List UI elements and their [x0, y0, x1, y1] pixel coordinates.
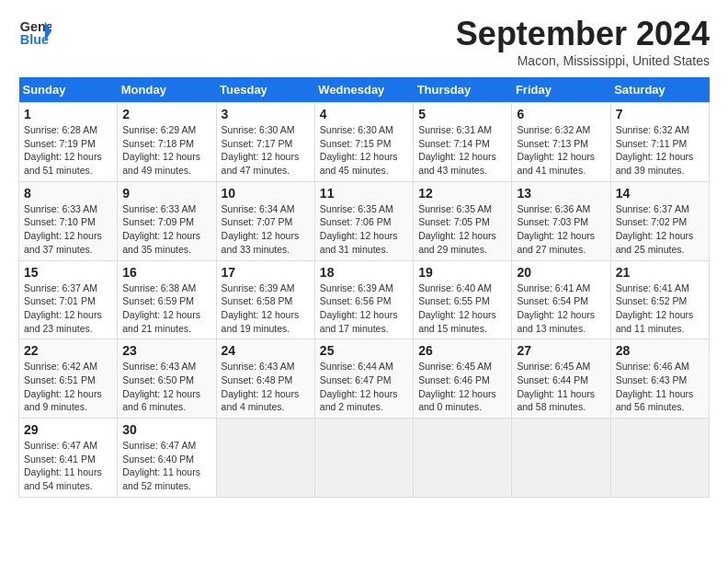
day-info: Sunrise: 6:31 AM Sunset: 7:14 PM Dayligh…	[418, 123, 506, 178]
logo: General Blue	[18, 15, 51, 48]
day-number: 1	[24, 107, 112, 121]
day-number: 13	[517, 186, 605, 201]
day-number: 29	[24, 422, 112, 437]
day-number: 6	[517, 107, 605, 121]
calendar-cell: 24 Sunrise: 6:43 AM Sunset: 6:48 PM Dayl…	[216, 339, 314, 419]
day-number: 2	[122, 107, 210, 121]
day-info: Sunrise: 6:40 AM Sunset: 6:55 PM Dayligh…	[418, 282, 506, 336]
day-header-saturday: Saturday	[610, 77, 709, 103]
calendar-cell: 21 Sunrise: 6:41 AM Sunset: 6:52 PM Dayl…	[610, 260, 709, 339]
logo-icon: General Blue	[18, 15, 51, 48]
day-number: 9	[122, 186, 210, 201]
day-info: Sunrise: 6:47 AM Sunset: 6:40 PM Dayligh…	[122, 439, 210, 493]
day-number: 19	[418, 265, 506, 280]
calendar-cell: 2 Sunrise: 6:29 AM Sunset: 7:18 PM Dayli…	[118, 103, 216, 182]
calendar-cell: 4 Sunrise: 6:30 AM Sunset: 7:15 PM Dayli…	[314, 103, 413, 182]
day-number: 4	[320, 107, 408, 121]
day-info: Sunrise: 6:35 AM Sunset: 7:05 PM Dayligh…	[418, 202, 506, 257]
calendar-cell: 27 Sunrise: 6:45 AM Sunset: 6:44 PM Dayl…	[512, 339, 610, 419]
day-info: Sunrise: 6:30 AM Sunset: 7:17 PM Dayligh…	[222, 123, 310, 178]
day-number: 30	[122, 422, 210, 437]
day-info: Sunrise: 6:33 AM Sunset: 7:10 PM Dayligh…	[24, 202, 112, 257]
calendar-cell: 20 Sunrise: 6:41 AM Sunset: 6:54 PM Dayl…	[512, 260, 610, 339]
day-number: 14	[616, 186, 704, 201]
calendar-cell: 19 Sunrise: 6:40 AM Sunset: 6:55 PM Dayl…	[414, 260, 512, 339]
day-info: Sunrise: 6:29 AM Sunset: 7:18 PM Dayligh…	[122, 123, 210, 178]
calendar-week-3: 15 Sunrise: 6:37 AM Sunset: 7:01 PM Dayl…	[19, 260, 710, 339]
day-info: Sunrise: 6:39 AM Sunset: 6:56 PM Dayligh…	[320, 282, 408, 336]
calendar-cell: 30 Sunrise: 6:47 AM Sunset: 6:40 PM Dayl…	[118, 419, 216, 498]
day-info: Sunrise: 6:41 AM Sunset: 6:54 PM Dayligh…	[517, 282, 605, 336]
day-header-tuesday: Tuesday	[216, 77, 314, 103]
day-info: Sunrise: 6:43 AM Sunset: 6:48 PM Dayligh…	[222, 360, 310, 414]
calendar-cell: 26 Sunrise: 6:45 AM Sunset: 6:46 PM Dayl…	[414, 339, 512, 419]
calendar-cell: 3 Sunrise: 6:30 AM Sunset: 7:17 PM Dayli…	[216, 103, 314, 182]
calendar-table: SundayMondayTuesdayWednesdayThursdayFrid…	[18, 77, 710, 498]
calendar-cell: 15 Sunrise: 6:37 AM Sunset: 7:01 PM Dayl…	[19, 260, 118, 339]
day-info: Sunrise: 6:37 AM Sunset: 7:01 PM Dayligh…	[24, 282, 112, 336]
day-number: 23	[122, 343, 210, 358]
calendar-week-4: 22 Sunrise: 6:42 AM Sunset: 6:51 PM Dayl…	[19, 339, 710, 419]
day-header-sunday: Sunday	[19, 77, 118, 103]
day-info: Sunrise: 6:45 AM Sunset: 6:46 PM Dayligh…	[418, 360, 506, 414]
day-number: 27	[517, 343, 605, 358]
calendar-cell: 16 Sunrise: 6:38 AM Sunset: 6:59 PM Dayl…	[118, 260, 216, 339]
calendar-week-1: 1 Sunrise: 6:28 AM Sunset: 7:19 PM Dayli…	[19, 103, 710, 182]
day-number: 16	[122, 265, 210, 280]
day-number: 8	[24, 186, 112, 201]
calendar-cell: 23 Sunrise: 6:43 AM Sunset: 6:50 PM Dayl…	[118, 339, 216, 419]
calendar-cell	[314, 419, 413, 498]
title-area: September 2024 Macon, Mississippi, Unite…	[456, 15, 710, 68]
calendar-cell: 13 Sunrise: 6:36 AM Sunset: 7:03 PM Dayl…	[512, 181, 610, 260]
day-number: 3	[222, 107, 310, 121]
calendar-cell: 25 Sunrise: 6:44 AM Sunset: 6:47 PM Dayl…	[314, 339, 413, 419]
day-info: Sunrise: 6:30 AM Sunset: 7:15 PM Dayligh…	[320, 123, 408, 178]
day-info: Sunrise: 6:39 AM Sunset: 6:58 PM Dayligh…	[222, 282, 310, 336]
calendar-cell: 1 Sunrise: 6:28 AM Sunset: 7:19 PM Dayli…	[19, 103, 118, 182]
calendar-cell: 17 Sunrise: 6:39 AM Sunset: 6:58 PM Dayl…	[216, 260, 314, 339]
day-number: 7	[616, 107, 704, 121]
location: Macon, Mississippi, United States	[456, 53, 710, 68]
day-info: Sunrise: 6:28 AM Sunset: 7:19 PM Dayligh…	[24, 123, 112, 178]
day-info: Sunrise: 6:32 AM Sunset: 7:11 PM Dayligh…	[616, 123, 704, 178]
day-number: 12	[418, 186, 506, 201]
calendar-cell: 5 Sunrise: 6:31 AM Sunset: 7:14 PM Dayli…	[414, 103, 512, 182]
day-number: 20	[517, 265, 605, 280]
day-number: 28	[616, 343, 704, 358]
calendar-cell	[610, 419, 709, 498]
calendar-cell	[216, 419, 314, 498]
calendar-cell: 18 Sunrise: 6:39 AM Sunset: 6:56 PM Dayl…	[314, 260, 413, 339]
day-header-friday: Friday	[512, 77, 610, 103]
calendar-cell: 12 Sunrise: 6:35 AM Sunset: 7:05 PM Dayl…	[414, 181, 512, 260]
day-info: Sunrise: 6:46 AM Sunset: 6:43 PM Dayligh…	[616, 360, 704, 414]
day-number: 15	[24, 265, 112, 280]
day-header-monday: Monday	[118, 77, 216, 103]
day-info: Sunrise: 6:34 AM Sunset: 7:07 PM Dayligh…	[222, 202, 310, 257]
calendar-cell: 11 Sunrise: 6:35 AM Sunset: 7:06 PM Dayl…	[314, 181, 413, 260]
day-number: 26	[418, 343, 506, 358]
calendar-cell: 28 Sunrise: 6:46 AM Sunset: 6:43 PM Dayl…	[610, 339, 709, 419]
day-number: 24	[222, 343, 310, 358]
calendar-cell: 9 Sunrise: 6:33 AM Sunset: 7:09 PM Dayli…	[118, 181, 216, 260]
day-info: Sunrise: 6:47 AM Sunset: 6:41 PM Dayligh…	[24, 439, 112, 493]
calendar-week-2: 8 Sunrise: 6:33 AM Sunset: 7:10 PM Dayli…	[19, 181, 710, 260]
page-header: General Blue September 2024 Macon, Missi…	[18, 15, 710, 68]
calendar-cell: 7 Sunrise: 6:32 AM Sunset: 7:11 PM Dayli…	[610, 103, 709, 182]
month-title: September 2024	[456, 15, 710, 53]
day-info: Sunrise: 6:36 AM Sunset: 7:03 PM Dayligh…	[517, 202, 605, 257]
calendar-cell: 22 Sunrise: 6:42 AM Sunset: 6:51 PM Dayl…	[19, 339, 118, 419]
day-info: Sunrise: 6:35 AM Sunset: 7:06 PM Dayligh…	[320, 202, 408, 257]
calendar-cell	[414, 419, 512, 498]
day-info: Sunrise: 6:41 AM Sunset: 6:52 PM Dayligh…	[616, 282, 704, 336]
day-number: 10	[222, 186, 310, 201]
calendar-cell: 29 Sunrise: 6:47 AM Sunset: 6:41 PM Dayl…	[19, 419, 118, 498]
svg-text:Blue: Blue	[20, 32, 49, 47]
calendar-week-5: 29 Sunrise: 6:47 AM Sunset: 6:41 PM Dayl…	[19, 419, 710, 498]
day-number: 18	[320, 265, 408, 280]
day-header-thursday: Thursday	[414, 77, 512, 103]
calendar-cell: 14 Sunrise: 6:37 AM Sunset: 7:02 PM Dayl…	[610, 181, 709, 260]
calendar-cell	[512, 419, 610, 498]
day-info: Sunrise: 6:37 AM Sunset: 7:02 PM Dayligh…	[616, 202, 704, 257]
day-number: 17	[222, 265, 310, 280]
day-info: Sunrise: 6:45 AM Sunset: 6:44 PM Dayligh…	[517, 360, 605, 414]
